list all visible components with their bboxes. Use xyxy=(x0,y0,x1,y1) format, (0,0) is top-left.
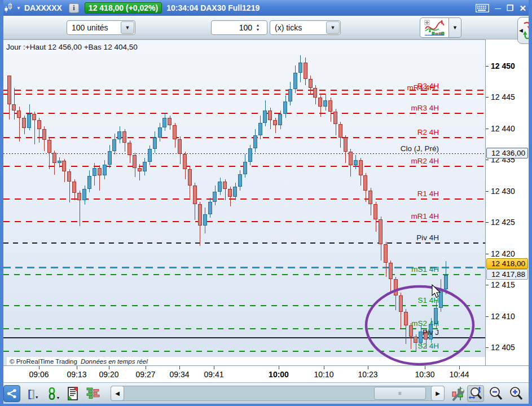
spinner-arrows-icon[interactable]: ▲▼ xyxy=(253,23,262,33)
price-axis-label: 12 410 xyxy=(491,312,515,321)
scroll-right-button[interactable]: ▶ xyxy=(431,386,445,401)
time-axis-tick xyxy=(179,366,180,369)
keyboard-icon[interactable] xyxy=(476,4,489,12)
time-axis-label: 10:00 xyxy=(269,370,289,379)
updown-trade-icon xyxy=(523,20,531,41)
zoom-out-button[interactable] xyxy=(487,385,504,402)
tick-count-input[interactable] xyxy=(212,23,253,33)
candle-down xyxy=(198,204,202,226)
candle-up xyxy=(112,139,116,151)
chart-type-dropdown[interactable]: ▼ xyxy=(449,17,461,38)
time-axis-label: 09:06 xyxy=(29,370,49,379)
candle-down xyxy=(52,153,56,163)
chart-type-button[interactable] xyxy=(420,17,449,38)
pivot-label: S2 4H xyxy=(417,342,439,350)
price-axis-label: 12 420 xyxy=(491,249,515,258)
time-axis-tick xyxy=(146,366,146,369)
units-select[interactable]: 100 unités ▼ xyxy=(67,20,135,35)
chart-settings-button[interactable] xyxy=(450,385,467,402)
candle-down xyxy=(138,168,142,172)
candle-down xyxy=(309,79,313,88)
chevron-down-icon: ▼ xyxy=(35,395,39,399)
scrollbar-thumb[interactable]: ≡ xyxy=(374,387,426,400)
share-icon xyxy=(7,389,17,399)
timeframe-select[interactable]: (x) ticks ▼ xyxy=(270,20,341,35)
candle-up xyxy=(213,192,217,202)
chart-toolbar: 100 unités ▼ ▲▼ (x) ticks ▼ ▼ ◀ xyxy=(3,16,529,39)
info-button[interactable]: i xyxy=(69,3,79,13)
pivot-label: Piv J xyxy=(423,328,439,337)
candlestick-icon xyxy=(3,3,15,13)
news-button[interactable] xyxy=(64,385,81,402)
time-axis[interactable]: 09:0609:1309:2009:2709:3409:4110:0010:10… xyxy=(3,365,529,382)
candle-down xyxy=(47,140,51,153)
maximize-button[interactable]: ❐ xyxy=(507,4,514,12)
pivot-line-s2-4h xyxy=(3,351,485,352)
pivot-line-mr3-4h xyxy=(3,113,485,114)
pivot-line-r3-4h xyxy=(3,94,485,95)
candle-down xyxy=(389,263,393,279)
time-axis-label: 09:20 xyxy=(99,370,118,379)
candle-down xyxy=(193,186,197,204)
pivot-line-ms1-4h xyxy=(3,274,485,275)
candle-up xyxy=(82,189,86,200)
candle-up xyxy=(108,151,112,165)
day-range-label: Jour :+Haut 12 456,00 +Bas 12 404,50 xyxy=(6,43,138,51)
pivot-line-mr1-4h xyxy=(3,221,485,222)
time-axis-label: 10:30 xyxy=(415,370,434,379)
price-axis[interactable]: 12 436,00 12 418,00 12 417,88 12 45012 4… xyxy=(485,39,529,365)
tick-count-spinner[interactable]: ▲▼ xyxy=(211,20,267,35)
price-axis-tick xyxy=(486,316,489,317)
candle-down xyxy=(122,131,126,143)
collapse-arrow-icon: ◀ xyxy=(519,28,523,33)
candle-down xyxy=(333,112,337,124)
pivot-label: Clo (J, Pré) xyxy=(401,144,439,153)
symbol-dropdown-icon[interactable]: ▼ xyxy=(16,6,21,11)
candle-down xyxy=(12,104,16,111)
minimize-button[interactable]: ─ xyxy=(495,4,501,12)
scroll-left-button[interactable]: ◀ xyxy=(111,386,124,401)
price-axis-tick xyxy=(486,160,489,160)
zoom-in-button[interactable] xyxy=(508,385,525,402)
candle-down xyxy=(228,189,232,196)
price-axis-tick xyxy=(486,66,489,67)
link-charts-button[interactable]: ▼ xyxy=(45,385,62,402)
time-axis-tick xyxy=(459,366,460,369)
candle-down xyxy=(399,295,403,312)
zoom-pan-button[interactable] xyxy=(467,385,484,402)
candle-down xyxy=(384,244,388,263)
price-axis-label: 12 450 xyxy=(491,61,515,70)
price-axis-tick xyxy=(486,347,489,348)
timeframe-select-value: (x) ticks xyxy=(270,23,326,32)
close-button[interactable]: ✕ xyxy=(519,4,526,12)
share-button[interactable] xyxy=(3,385,20,402)
candle-up xyxy=(263,111,267,123)
trading-window: ▼ DAXXXXX i 12 418,00 (+0,02%) 10:34:04 … xyxy=(0,0,532,406)
candle-down xyxy=(72,182,76,193)
candle-down xyxy=(22,118,26,128)
candle-down xyxy=(77,193,81,200)
objects-list-button[interactable]: [ ] ▼ xyxy=(25,385,42,402)
scrollbar-track[interactable]: ≡ xyxy=(111,386,445,401)
price-axis-label: 12 445 xyxy=(491,92,515,102)
candle-up xyxy=(143,162,147,172)
candle-down xyxy=(67,171,71,182)
symbol-name[interactable]: DAXXXXX xyxy=(24,3,62,12)
candle-up xyxy=(238,174,242,187)
chart-plot-area[interactable]: Jour :+Haut 12 456,00 +Bas 12 404,50 mR4… xyxy=(3,39,485,365)
time-axis-label: 10:23 xyxy=(358,370,377,379)
candle-up xyxy=(278,114,282,125)
orderbook-button[interactable] xyxy=(85,385,102,402)
chevron-down-icon[interactable]: ▼ xyxy=(121,21,134,34)
chevron-down-icon[interactable]: ▼ xyxy=(326,21,340,34)
candle-up xyxy=(288,89,292,102)
time-axis-tick xyxy=(324,366,324,369)
time-axis-tick xyxy=(368,366,368,369)
candle-down xyxy=(304,63,307,79)
bottom-toolbar: [ ] ▼ ▼ ◀ ≡ xyxy=(0,382,532,404)
time-axis-tick xyxy=(279,366,279,369)
pivot-line-piv-4h xyxy=(3,242,485,244)
candle-up xyxy=(117,131,121,139)
candle-down xyxy=(373,204,377,219)
side-panel-toggle[interactable]: ◀ xyxy=(517,17,532,44)
